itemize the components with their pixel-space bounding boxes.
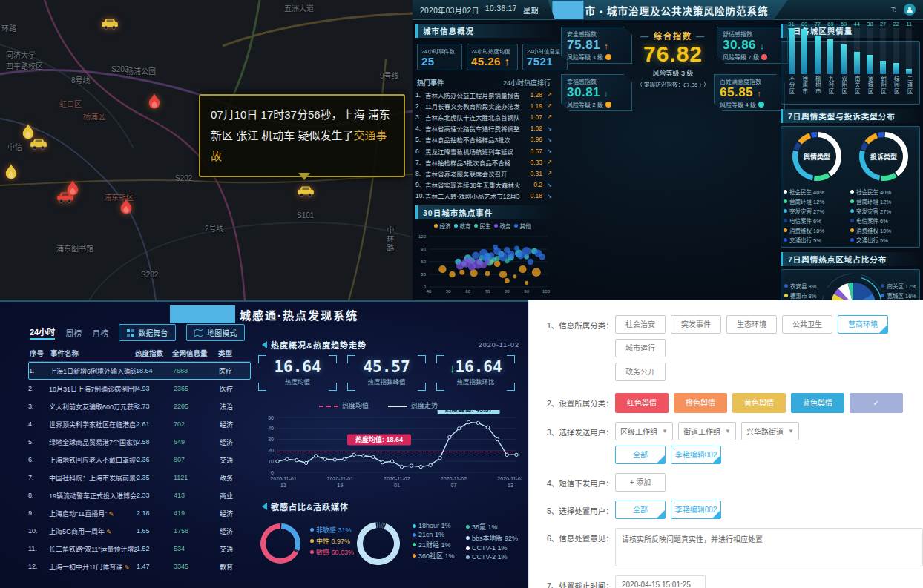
svg-text:2020-11-01: 2020-11-01 [270, 476, 296, 481]
category-chip[interactable]: 营商环境✓ [838, 315, 888, 334]
table-row[interactable]: 12.上海一初中开11门体育课 ✎1.473345教育 [28, 558, 251, 575]
tab-month[interactable]: 月榜 [92, 327, 108, 339]
hot-event-item[interactable]: 9.吉林省实现连续38年无重大森林火灾0.2↘ [415, 179, 552, 191]
hot-event-item[interactable]: 2.11月长春义务教育阶段实施办法发布1.19↗ [415, 100, 552, 111]
table-row[interactable]: 3.义大利前女友骗取600万元获事主起诉 ✎2.732205法治 [28, 397, 251, 415]
hot-event-index: 2. [415, 102, 425, 110]
hot-event-value: 0.33 [520, 159, 542, 166]
legend-dot [784, 190, 787, 194]
hot-event-item[interactable]: 6.黑龙江降雪致机场航班列车延误0.57↘ [415, 145, 552, 156]
check-mark: ✓ [660, 502, 665, 519]
edit-icon[interactable]: ✎ [109, 511, 114, 518]
legend-dot [784, 209, 787, 213]
category-chip[interactable]: 突发事件 [671, 315, 721, 334]
legend-item: 民生 [474, 222, 491, 230]
table-row[interactable]: 4.世界顶尖科学家社区在临港启幕 ✎2.61702经济 [28, 415, 251, 433]
legend-name: 突发灾害 27% [789, 207, 824, 215]
bar-label: 二道区 [905, 76, 913, 101]
table-row[interactable]: 10.上海5G商用一周年 ✎1.651758经济 [28, 522, 251, 540]
color-buttons: 红色舆情橙色舆情黄色舆情蓝色舆情✓ [615, 393, 903, 413]
event-name: 绿地全球商品贸易港7个国家馆集体亮相 ✎ [49, 437, 137, 447]
user-group-select[interactable]: 兴华路街道▼ [741, 422, 799, 440]
bar: 44南关区 [851, 21, 862, 101]
table-row[interactable]: 5.绿地全球商品贸易港7个国家馆集体亮相 ✎2.58649经济 [28, 433, 251, 451]
table-row[interactable]: 11.长三角铁路“双11”运量预计增28% ✎1.52534交通 [28, 540, 251, 558]
user-group-select[interactable]: 街道工作组▼ [678, 422, 736, 440]
map-mode-button[interactable]: 地图模式 [186, 324, 245, 341]
category-chip[interactable]: 李艳编辑002✓ [671, 501, 721, 519]
legend-dot [413, 524, 416, 528]
legend-item: 非敏感 31% [310, 525, 354, 535]
category-chip[interactable]: 公共卫生 [782, 315, 832, 334]
car-icon[interactable] [56, 191, 74, 209]
svg-text:0: 0 [271, 470, 274, 475]
hot-event-item[interactable]: 1.吉林人防办公益工程月票销量报告创1.28↗ [415, 89, 552, 100]
hot-event-item[interactable]: 5.吉林食品抽检不合格样品3批次0.96↘ [415, 134, 552, 145]
fire-icon[interactable] [147, 93, 165, 111]
car-icon[interactable] [30, 138, 47, 156]
color-category-button[interactable]: 橙色舆情 [674, 393, 727, 413]
svg-text:30: 30 [421, 272, 426, 277]
label-deadline: 7、处置截止时间： [547, 575, 615, 588]
color-category-button[interactable]: 红色舆情 [615, 393, 669, 413]
svg-text:70: 70 [485, 289, 490, 294]
hot-event-index: 6. [415, 148, 425, 155]
table-row[interactable]: 2.10月31日上海7例确诊病例出院 ✎4.932365医疗 [28, 380, 251, 397]
legend-mean: 热度均值 [319, 400, 369, 410]
user-avatar-icon[interactable] [904, 4, 916, 16]
deadline-input[interactable]: 2020-04-15 15:01:25 [615, 575, 706, 588]
category-chip[interactable]: 城市运行 [615, 339, 666, 357]
legend-name: 民生 [480, 222, 491, 230]
category-chip[interactable]: 全部✓ [615, 446, 666, 464]
bar-fill [893, 63, 899, 74]
label-send-users: 3、选择发送用户： [547, 422, 615, 437]
tab-week[interactable]: 周榜 [65, 327, 82, 339]
car-icon[interactable] [297, 185, 315, 203]
color-category-button[interactable]: 蓝色舆情 [791, 393, 844, 413]
table-row[interactable]: 7.中国社科院：上海市发展前景全国第一 ✎2.351121政务 [28, 469, 251, 486]
edit-icon[interactable]: ✎ [107, 529, 112, 535]
hot-event-item[interactable]: 3.吉林东北虎队十连大胜北京首钢队消1.07↗ [415, 111, 552, 122]
add-user-button[interactable]: + 添加 [615, 473, 666, 492]
color-category-button[interactable]: 黄色舆情 [732, 393, 786, 413]
legend-name: 电信案件 6% [789, 217, 821, 225]
hot-event-item[interactable]: 8.吉林省养老服务联席会议召开0.31↗ [415, 168, 552, 179]
category-chip[interactable]: 全部✓ [615, 501, 666, 519]
category-chip[interactable]: 李艳编辑002✓ [671, 446, 721, 464]
sensitive-title-text: 敏感占比&活跃媒体 [271, 501, 349, 512]
info-volume: 419 [174, 509, 220, 517]
table-row[interactable]: 9.上海启动“11直播月” ✎2.18419经济 [28, 504, 251, 522]
legend-dot [514, 224, 518, 228]
category-chip[interactable]: 政务公开 [615, 363, 666, 381]
index-risk: 风险等级 3 级 [567, 53, 626, 61]
fire-icon[interactable] [4, 164, 22, 182]
table-row[interactable]: 6.上海地铁回应老人不戴口罩被强行拖走 ✎2.36807交通 [28, 451, 251, 469]
edit-icon[interactable]: ✎ [125, 564, 130, 571]
legend-name: 21cn 1% [418, 531, 444, 538]
tab-24h[interactable]: 24小时 [30, 326, 55, 340]
legend-item: 电信案件 6% [784, 217, 821, 225]
hot-event-text: 吉林省养老服务联席会议召开 [425, 169, 520, 178]
form-quadrant: 1、信息所属分类： 社会治安突发事件生态环境公共卫生营商环境✓城市运行 政务公开… [528, 300, 923, 588]
trend-stat-box: ↓16.64热度指数环比 [436, 355, 515, 391]
panel-overview-title: 城市信息概况 [415, 24, 552, 38]
trend-stat-value: 16.64 [258, 358, 337, 376]
category-chip[interactable]: 社会治安 [615, 315, 666, 334]
opinion-textarea[interactable]: 请核实所反映问题真实性，并进行相应处置 [615, 528, 923, 566]
car-icon[interactable] [101, 18, 119, 36]
category-chip[interactable]: 生态环境 [726, 315, 777, 334]
redaction-box [170, 305, 235, 323]
map-label: S101 [297, 211, 314, 219]
fire-icon[interactable] [119, 199, 137, 217]
user-group-select[interactable]: 区级工作组▼ [615, 422, 673, 440]
table-row[interactable]: 1.上海1日新增6例境外输入确诊病例 ✎18.647683医疗 [28, 362, 251, 380]
hot-event-item[interactable]: 10.吉林二人转·戏剧小品艺术节12月3日开幕0.18↘ [415, 191, 552, 202]
trend-line-chart: 010203040502020-11-01132020-11-01192020-… [258, 410, 522, 493]
data-stage-button[interactable]: 数据舞台 [119, 324, 176, 341]
hot-event-text: 吉林二人转·戏剧小品艺术节12月3日开幕 [425, 191, 520, 200]
trend-icon: ↗ [542, 113, 552, 120]
hot-event-item[interactable]: 4.吉林省高速公路货车通行费将调整精1.02↘ [415, 123, 552, 134]
table-row[interactable]: 8.19辆流动警车正式投入进博会 ✎2.33413商业 [28, 486, 251, 504]
hot-event-item[interactable]: 7.吉林抽检样品3批次食品不合格0.33↗ [415, 156, 552, 168]
color-category-button[interactable]: ✓ [850, 393, 903, 413]
